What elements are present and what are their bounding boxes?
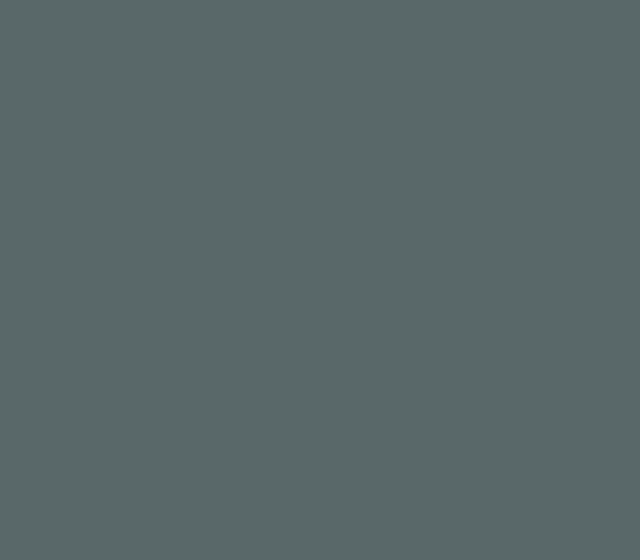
chord-svg — [0, 0, 300, 150]
chord-diagram — [0, 0, 640, 560]
